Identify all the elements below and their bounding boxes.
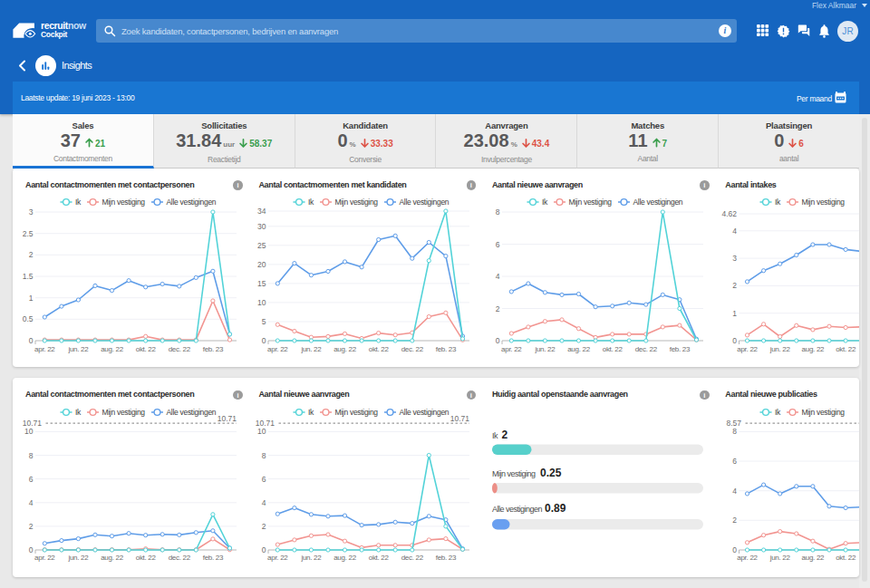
svg-text:10.71: 10.71 bbox=[23, 419, 43, 428]
svg-text:8: 8 bbox=[733, 427, 738, 436]
svg-text:8: 8 bbox=[29, 451, 34, 460]
svg-text:feb. 23: feb. 23 bbox=[203, 554, 224, 562]
svg-text:10.71: 10.71 bbox=[218, 414, 237, 423]
svg-text:0: 0 bbox=[262, 336, 266, 345]
svg-text:Mijn vestiging: Mijn vestiging bbox=[492, 469, 536, 478]
svg-text:Alle vestigingen: Alle vestigingen bbox=[400, 408, 450, 417]
svg-text:Alle vestigingen: Alle vestigingen bbox=[633, 198, 682, 207]
svg-text:Ik: Ik bbox=[775, 408, 781, 417]
svg-text:8: 8 bbox=[496, 207, 500, 217]
svg-text:aug. 22: aug. 22 bbox=[802, 554, 825, 562]
svg-text:0: 0 bbox=[262, 545, 266, 554]
svg-text:0: 0 bbox=[733, 336, 738, 345]
svg-text:dec. 22: dec. 22 bbox=[401, 345, 424, 353]
svg-text:4: 4 bbox=[262, 498, 266, 507]
svg-text:8.57: 8.57 bbox=[727, 419, 742, 428]
svg-text:Mijn vestiging: Mijn vestiging bbox=[102, 198, 146, 207]
svg-text:2: 2 bbox=[733, 516, 738, 525]
svg-text:dec. 22: dec. 22 bbox=[169, 554, 191, 562]
svg-text:aug. 22: aug. 22 bbox=[101, 345, 123, 353]
svg-text:30: 30 bbox=[257, 222, 266, 231]
svg-text:dec. 22: dec. 22 bbox=[169, 345, 191, 353]
svg-text:2: 2 bbox=[733, 281, 738, 290]
svg-text:Mijn vestiging: Mijn vestiging bbox=[102, 408, 146, 417]
svg-text:10: 10 bbox=[24, 427, 34, 436]
svg-text:apr. 22: apr. 22 bbox=[738, 345, 759, 353]
svg-text:jun. 22: jun. 22 bbox=[301, 345, 323, 353]
svg-text:Ik: Ik bbox=[308, 408, 314, 417]
svg-text:6: 6 bbox=[496, 240, 500, 249]
svg-text:4: 4 bbox=[733, 227, 738, 236]
svg-text:6: 6 bbox=[733, 457, 738, 466]
svg-text:0.5: 0.5 bbox=[23, 314, 34, 323]
svg-text:Ik: Ik bbox=[308, 198, 314, 207]
svg-text:1: 1 bbox=[733, 309, 738, 318]
svg-text:apr. 22: apr. 22 bbox=[268, 554, 289, 562]
svg-text:4: 4 bbox=[733, 487, 738, 496]
svg-text:Ik: Ik bbox=[75, 198, 82, 207]
svg-text:dec. 22: dec. 22 bbox=[401, 554, 424, 562]
svg-text:jun. 22: jun. 22 bbox=[67, 554, 89, 562]
svg-text:4.62: 4.62 bbox=[722, 209, 738, 218]
svg-text:apr. 22: apr. 22 bbox=[34, 345, 55, 353]
svg-text:3: 3 bbox=[29, 207, 34, 217]
svg-text:0.25: 0.25 bbox=[540, 467, 562, 479]
svg-text:Ik: Ik bbox=[75, 408, 82, 417]
svg-text:Alle vestigingen: Alle vestigingen bbox=[167, 198, 217, 207]
svg-text:Ik: Ik bbox=[542, 198, 548, 207]
svg-text:jun. 22: jun. 22 bbox=[67, 345, 89, 353]
svg-text:okt. 22: okt. 22 bbox=[836, 554, 856, 562]
svg-text:15: 15 bbox=[257, 279, 266, 288]
svg-text:5: 5 bbox=[262, 317, 266, 326]
svg-text:Ik: Ik bbox=[775, 198, 781, 207]
svg-text:34: 34 bbox=[257, 207, 266, 216]
svg-text:apr. 22: apr. 22 bbox=[738, 554, 759, 562]
svg-text:Mijn vestiging: Mijn vestiging bbox=[335, 198, 379, 207]
svg-text:0: 0 bbox=[29, 545, 34, 554]
svg-text:3: 3 bbox=[733, 254, 738, 263]
svg-text:apr. 22: apr. 22 bbox=[34, 554, 55, 562]
svg-text:2: 2 bbox=[496, 304, 500, 313]
svg-text:okt. 22: okt. 22 bbox=[603, 345, 624, 353]
svg-text:jun. 22: jun. 22 bbox=[769, 554, 791, 562]
svg-text:okt. 22: okt. 22 bbox=[136, 345, 157, 353]
svg-text:0: 0 bbox=[29, 336, 34, 345]
svg-text:6: 6 bbox=[262, 475, 266, 484]
svg-text:Alle vestigingen: Alle vestigingen bbox=[492, 505, 543, 514]
svg-text:feb. 23: feb. 23 bbox=[203, 345, 224, 353]
svg-text:2: 2 bbox=[29, 250, 34, 259]
svg-text:Mijn vestiging: Mijn vestiging bbox=[802, 198, 846, 207]
svg-text:6: 6 bbox=[29, 475, 34, 484]
svg-text:jun. 22: jun. 22 bbox=[769, 345, 791, 353]
svg-text:feb. 23: feb. 23 bbox=[670, 345, 691, 353]
svg-text:2.5: 2.5 bbox=[23, 229, 34, 238]
svg-text:0: 0 bbox=[496, 336, 500, 345]
svg-text:10.71: 10.71 bbox=[450, 414, 470, 423]
svg-text:dec. 22: dec. 22 bbox=[635, 345, 658, 353]
svg-text:Ik: Ik bbox=[492, 431, 498, 440]
svg-text:okt. 22: okt. 22 bbox=[836, 345, 856, 353]
svg-text:25: 25 bbox=[257, 241, 266, 250]
svg-text:jun. 22: jun. 22 bbox=[534, 345, 556, 353]
svg-text:10.71: 10.71 bbox=[256, 419, 276, 428]
svg-text:4: 4 bbox=[29, 498, 34, 507]
svg-text:1.5: 1.5 bbox=[23, 272, 34, 281]
svg-text:Mijn vestiging: Mijn vestiging bbox=[568, 198, 612, 207]
svg-text:okt. 22: okt. 22 bbox=[136, 554, 157, 562]
svg-text:aug. 22: aug. 22 bbox=[101, 554, 123, 562]
svg-text:10: 10 bbox=[257, 298, 266, 307]
svg-text:2: 2 bbox=[501, 429, 508, 441]
svg-text:okt. 22: okt. 22 bbox=[369, 345, 390, 353]
svg-text:2: 2 bbox=[29, 522, 34, 531]
svg-text:1: 1 bbox=[29, 294, 34, 303]
svg-text:Alle vestigingen: Alle vestigingen bbox=[167, 408, 217, 417]
svg-text:Mijn vestiging: Mijn vestiging bbox=[802, 408, 846, 417]
svg-text:apr. 22: apr. 22 bbox=[268, 345, 289, 353]
svg-text:okt. 22: okt. 22 bbox=[369, 554, 390, 562]
svg-text:4: 4 bbox=[496, 272, 500, 281]
svg-text:aug. 22: aug. 22 bbox=[334, 554, 357, 562]
svg-text:Alle vestigingen: Alle vestigingen bbox=[400, 198, 450, 207]
svg-text:aug. 22: aug. 22 bbox=[802, 345, 825, 353]
svg-text:Mijn vestiging: Mijn vestiging bbox=[335, 408, 379, 417]
svg-text:jun. 22: jun. 22 bbox=[301, 554, 323, 562]
